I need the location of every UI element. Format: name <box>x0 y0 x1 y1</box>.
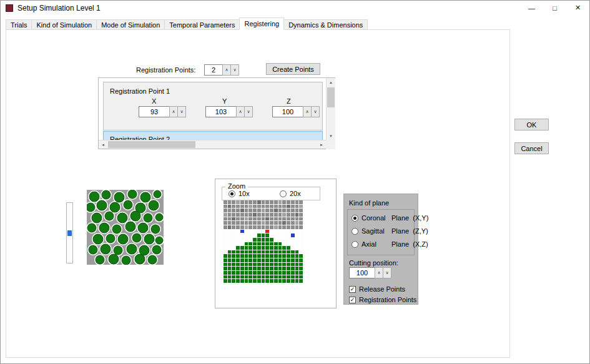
z-spinner: 100 ∧ ∨ <box>272 106 320 117</box>
check-icon: ✓ <box>350 297 355 303</box>
tab-mode-of-simulation[interactable]: Mode of Simulation <box>96 19 165 30</box>
radio-icon <box>229 190 235 197</box>
tab-registering[interactable]: Registering <box>239 17 284 30</box>
tab-temporal-parameters[interactable]: Temporal Parameters <box>164 19 240 30</box>
registration-point-2-title: Registration Point 2 <box>110 135 170 140</box>
kind-of-plane-title: Kind of plane <box>349 199 389 207</box>
cancel-button[interactable]: Cancel <box>514 142 549 154</box>
tab-dynamics-dimensions[interactable]: Dynamics & Dimensions <box>283 19 368 30</box>
z-up-button[interactable]: ∧ <box>303 106 312 117</box>
points-horizontal-scrollbar[interactable]: ◄ ► <box>99 140 326 149</box>
registration-points-checkbox-label: Registration Points <box>359 296 416 303</box>
chevron-down-icon: ∨ <box>180 109 183 114</box>
create-points-button[interactable]: Create Points <box>266 63 320 75</box>
registration-points-down-button[interactable]: ∨ <box>230 64 239 76</box>
checkbox-icon: ✓ <box>349 286 356 293</box>
zoom-20x-label: 20x <box>290 190 301 197</box>
minimize-button[interactable]: — <box>520 1 543 15</box>
zoom-view-panel: Zoom 10x 20x <box>215 179 337 308</box>
chevron-down-icon: ∨ <box>385 270 388 275</box>
close-button[interactable]: ✕ <box>566 1 589 15</box>
kind-of-plane-panel: Kind of plane Coronal Plane (X,Y) Sagitt… <box>343 194 418 305</box>
release-points-label: Release Points <box>359 285 405 293</box>
arrow-down-icon: ▼ <box>329 134 333 138</box>
registering-tab-page: Registration Points: 2 ∧ ∨ Create Points… <box>6 29 510 358</box>
cutting-position-spinner: 100 ∧ ∨ <box>349 267 391 278</box>
chevron-up-icon: ∧ <box>305 109 308 114</box>
zoom-20x-radio[interactable]: 20x <box>280 190 301 197</box>
zoom-10x-label: 10x <box>238 190 250 197</box>
cutting-up-button[interactable]: ∧ <box>375 267 383 278</box>
registration-points-spinner: 2 ∧ ∨ <box>204 64 239 76</box>
chevron-down-icon: ∨ <box>233 67 236 72</box>
tab-bar: Trials Kind of Simulation Mode of Simula… <box>6 17 368 30</box>
registration-points-up-button[interactable]: ∧ <box>222 64 231 76</box>
x-down-button[interactable]: ∨ <box>177 106 186 117</box>
chevron-up-icon: ∧ <box>172 109 175 114</box>
tab-trials[interactable]: Trials <box>6 19 32 30</box>
chevron-up-icon: ∧ <box>377 270 380 275</box>
maximize-button[interactable]: □ <box>543 1 566 15</box>
sagittal-plane-radio[interactable]: Sagittal Plane (Z,Y) <box>352 227 428 235</box>
cutting-down-button[interactable]: ∨ <box>383 267 391 278</box>
z-input[interactable]: 100 <box>272 106 303 117</box>
chevron-down-icon: ∨ <box>247 109 250 114</box>
axial-plane-radio[interactable]: Axial Plane (X,Z) <box>352 240 428 248</box>
coronal-label: Coronal <box>361 214 388 222</box>
x-up-button[interactable]: ∧ <box>169 106 178 117</box>
zoom-pixel-grid[interactable] <box>224 200 303 283</box>
x-input[interactable]: 93 <box>139 106 170 117</box>
y-spinner: 103 ∧ ∨ <box>205 106 253 117</box>
arrow-up-icon: ▲ <box>329 81 333 84</box>
registration-points-panel: Registration Point 1 X Y Z 93 ∧ ∨ 103 <box>98 77 335 149</box>
window-title: Setup Simulation Level 1 <box>17 4 101 12</box>
scrollbar-corner <box>326 140 335 149</box>
setup-simulation-window: Setup Simulation Level 1 — □ ✕ Trials Ki… <box>0 0 590 364</box>
tab-kind-of-simulation[interactable]: Kind of Simulation <box>31 19 97 30</box>
registration-point-2-group[interactable]: Registration Point 2 <box>103 131 323 140</box>
check-icon: ✓ <box>350 287 355 292</box>
maximize-icon: □ <box>553 4 557 12</box>
z-down-button[interactable]: ∨ <box>311 106 320 117</box>
radio-icon <box>352 241 358 248</box>
y-input[interactable]: 103 <box>205 106 237 117</box>
scroll-up-button[interactable]: ▲ <box>327 78 335 86</box>
horizontal-scroll-thumb[interactable] <box>108 141 195 148</box>
app-icon <box>6 4 13 12</box>
release-points-checkbox[interactable]: ✓ Release Points <box>349 285 405 293</box>
y-up-button[interactable]: ∧ <box>236 106 245 117</box>
checkbox-icon: ✓ <box>349 297 356 303</box>
registration-points-input[interactable]: 2 <box>204 64 223 76</box>
zoom-10x-radio[interactable]: 10x <box>229 190 250 197</box>
minimize-icon: — <box>528 4 535 12</box>
cutting-position-input[interactable]: 100 <box>349 267 375 278</box>
image-scroll-slider[interactable] <box>66 202 73 263</box>
points-vertical-scrollbar[interactable]: ▲ ▼ <box>326 78 335 140</box>
scroll-down-button[interactable]: ▼ <box>327 132 335 140</box>
x-spinner: 93 ∧ ∨ <box>139 106 186 117</box>
zoom-group-title: Zoom <box>225 182 248 190</box>
close-icon: ✕ <box>575 4 581 12</box>
ok-button[interactable]: OK <box>514 119 549 130</box>
chevron-down-icon: ∨ <box>313 109 317 114</box>
z-label: Z <box>287 97 291 105</box>
coronal-plane-radio[interactable]: Coronal Plane (X,Y) <box>352 214 428 222</box>
registration-points-checkbox[interactable]: ✓ Registration Points <box>349 296 416 303</box>
radio-icon <box>352 228 358 235</box>
axial-plane-axes: Plane (X,Z) <box>391 240 428 248</box>
points-list-viewport: Registration Point 1 X Y Z 93 ∧ ∨ 103 <box>99 78 326 140</box>
scroll-right-button[interactable]: ► <box>317 140 326 149</box>
registration-point-1-group: Registration Point 1 X Y Z 93 ∧ ∨ 103 <box>103 82 323 130</box>
sagittal-plane-axes: Plane (Z,Y) <box>391 227 428 235</box>
registration-points-label: Registration Points: <box>136 66 195 74</box>
slider-thumb[interactable] <box>67 230 72 236</box>
chevron-up-icon: ∧ <box>238 109 242 114</box>
tissue-image[interactable] <box>87 190 164 265</box>
y-down-button[interactable]: ∨ <box>244 106 253 117</box>
scroll-left-button[interactable]: ◄ <box>99 140 107 149</box>
vertical-scroll-thumb[interactable] <box>327 87 335 107</box>
coronal-plane-axes: Plane (X,Y) <box>391 214 428 222</box>
titlebar: Setup Simulation Level 1 — □ ✕ <box>1 1 589 15</box>
sagittal-label: Sagittal <box>361 227 388 235</box>
chevron-up-icon: ∧ <box>225 67 228 72</box>
